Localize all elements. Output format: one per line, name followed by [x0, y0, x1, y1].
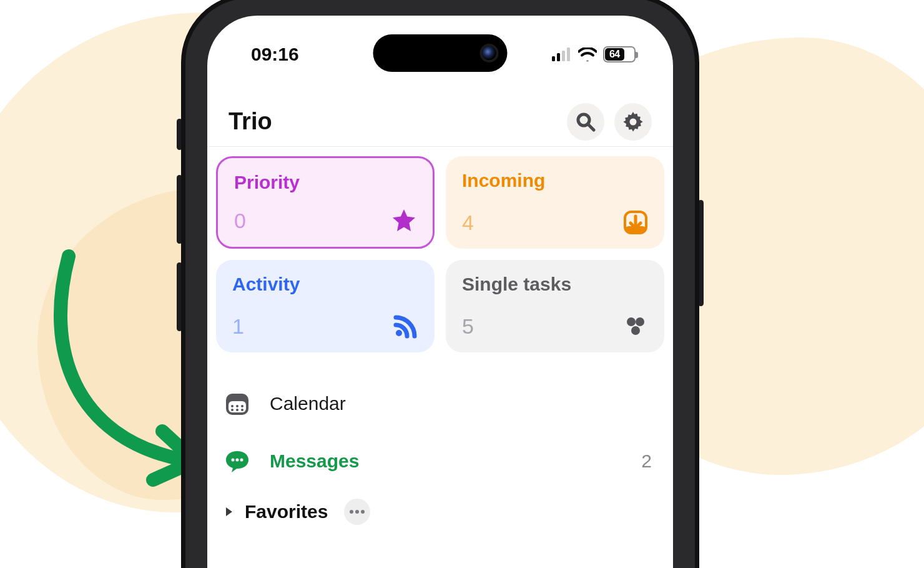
- calendar-row[interactable]: Calendar: [220, 375, 661, 432]
- disclosure-triangle-icon: [224, 506, 235, 517]
- app-title: Trio: [229, 108, 272, 135]
- svg-rect-1: [557, 53, 560, 61]
- svg-point-22: [232, 459, 235, 462]
- svg-rect-9: [625, 226, 646, 233]
- download-icon: [623, 210, 648, 235]
- battery-indicator: 64: [603, 46, 636, 62]
- calendar-icon: [224, 390, 251, 417]
- card-priority-count: 0: [234, 209, 246, 233]
- card-activity-count: 1: [232, 314, 244, 339]
- three-dots-cluster-icon: [623, 314, 648, 339]
- svg-rect-2: [562, 51, 565, 61]
- dynamic-island: [373, 34, 508, 72]
- messages-count: 2: [641, 451, 652, 472]
- search-icon: [576, 112, 596, 132]
- phone-screen: 09:16: [207, 16, 673, 568]
- svg-point-25: [350, 510, 353, 514]
- status-time: 09:16: [251, 44, 299, 65]
- app-header: Trio: [207, 97, 673, 147]
- card-priority[interactable]: Priority 0: [216, 156, 435, 249]
- svg-rect-0: [552, 56, 555, 61]
- phone-mockup: 09:16: [181, 0, 699, 568]
- svg-point-21: [241, 409, 243, 411]
- gear-icon: [622, 111, 644, 133]
- favorites-label: Favorites: [245, 501, 328, 522]
- card-activity-title: Activity: [232, 274, 418, 295]
- svg-point-11: [627, 317, 636, 326]
- svg-point-26: [355, 510, 359, 514]
- calendar-label: Calendar: [270, 393, 346, 414]
- svg-point-19: [231, 409, 233, 411]
- favorites-more-button[interactable]: [344, 499, 370, 525]
- svg-point-17: [236, 405, 238, 407]
- card-single-count: 5: [462, 314, 474, 339]
- card-incoming-count: 4: [462, 211, 474, 235]
- svg-rect-3: [567, 47, 570, 61]
- ellipsis-icon: [349, 509, 365, 514]
- wifi-icon: [578, 47, 597, 61]
- section-list: Calendar Messages 2: [207, 375, 673, 534]
- favorites-row[interactable]: Favorites: [220, 490, 661, 534]
- card-incoming[interactable]: Incoming 4: [446, 156, 664, 249]
- cellular-signal-icon: [552, 47, 572, 61]
- messages-label: Messages: [270, 451, 359, 472]
- card-priority-title: Priority: [234, 172, 416, 193]
- star-icon: [391, 208, 416, 233]
- card-single-tasks[interactable]: Single tasks 5: [446, 260, 664, 352]
- svg-point-27: [361, 510, 365, 514]
- rss-icon: [393, 314, 418, 339]
- cards-grid: Priority 0 Incoming 4: [216, 156, 664, 352]
- svg-point-18: [241, 405, 243, 407]
- svg-point-20: [236, 409, 238, 411]
- chat-bubble-icon: [224, 447, 251, 475]
- svg-point-24: [240, 459, 243, 462]
- battery-percent: 64: [605, 48, 624, 61]
- svg-point-23: [236, 459, 239, 462]
- phone-frame: 09:16: [181, 0, 699, 568]
- svg-line-5: [588, 124, 594, 130]
- svg-point-13: [631, 326, 640, 335]
- card-single-title: Single tasks: [462, 274, 648, 295]
- messages-row[interactable]: Messages 2: [220, 432, 661, 490]
- settings-button[interactable]: [614, 103, 652, 141]
- card-activity[interactable]: Activity 1: [216, 260, 435, 352]
- svg-point-16: [231, 405, 233, 407]
- svg-point-10: [396, 330, 402, 336]
- search-button[interactable]: [567, 103, 604, 141]
- camera-lens: [483, 46, 496, 60]
- svg-point-7: [630, 118, 637, 125]
- card-incoming-title: Incoming: [462, 170, 648, 191]
- svg-point-12: [636, 317, 644, 326]
